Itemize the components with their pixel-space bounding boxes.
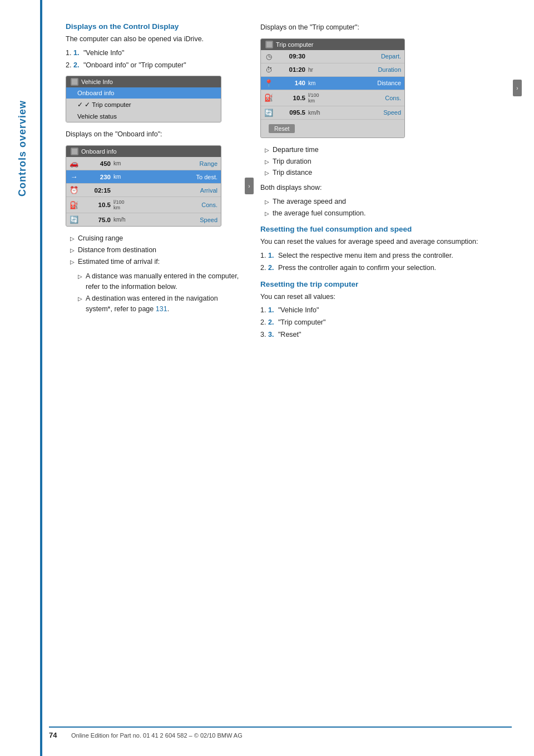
- trip-display-label: Displays on the "Trip computer":: [260, 22, 512, 33]
- left-section-heading: Displays on the Control Display: [66, 22, 244, 31]
- trip-val-0: 09:30: [276, 51, 307, 62]
- svg-rect-2: [266, 42, 272, 47]
- trip-icon-4: 🔄: [261, 106, 276, 119]
- trip-header-icon: [265, 41, 273, 48]
- trip-icon-3: ⛽: [261, 91, 276, 104]
- onboard-lbl-2: Arrival: [129, 185, 221, 196]
- trip-unit-4: km/h: [307, 107, 324, 118]
- sidebar: Controls overview: [0, 0, 44, 756]
- onboard-lbl-3: Cons.: [129, 199, 221, 210]
- nav-button-right[interactable]: ›: [245, 178, 254, 194]
- onboard-icon-2: ⏰: [66, 184, 82, 197]
- onboard-val-4: 75.0: [82, 214, 112, 225]
- reset-trip-step-3: 3. "Reset": [268, 330, 512, 340]
- trip-bullet-0: Departure time: [265, 145, 512, 155]
- left-step-1: 1. "Vehicle Info": [73, 48, 244, 58]
- both-displays-label: Both displays show:: [260, 183, 512, 193]
- page-footer: 74 Online Edition for Part no. 01 41 2 6…: [49, 726, 512, 739]
- sidebar-title: Controls overview: [17, 100, 28, 197]
- trip-screen-wrap: Trip computer ◷ 09:30 Depart. ⏱ 01:20 hr…: [260, 38, 512, 138]
- screen-header-icon: [71, 78, 78, 86]
- trip-lbl-0: Depart.: [324, 51, 404, 62]
- trip-row-0: ◷ 09:30 Depart.: [261, 50, 404, 63]
- onboard-val-2: 02:15: [82, 185, 112, 196]
- vehicle-info-screen-header: Vehicle Info: [66, 76, 221, 87]
- onboard-unit-3: l/100 km: [112, 197, 129, 213]
- trip-lbl-1: Duration: [324, 64, 404, 75]
- trip-row-1: ⏱ 01:20 hr Duration: [261, 63, 404, 77]
- trip-unit-2: km: [307, 78, 324, 89]
- trip-nav-button[interactable]: ›: [513, 80, 522, 96]
- onboard-icon-3: ⛽: [66, 199, 82, 212]
- step-text-1: "Vehicle Info": [83, 49, 125, 57]
- trip-row-3: ⛽ 10.5 l/100 km Cons.: [261, 90, 404, 106]
- onboard-info-screen: Onboard info 🚗 450 km Range → 230 km To …: [66, 145, 221, 227]
- vehicle-info-title: Vehicle Info: [81, 78, 113, 85]
- svg-rect-0: [72, 79, 77, 85]
- onboard-row-2: ⏰ 02:15 Arrival: [66, 184, 221, 197]
- onboard-body: 🚗 450 km Range → 230 km To dest. ⏰ 02:15: [66, 157, 221, 226]
- bullet-arrival: Estimated time of arrival if:: [70, 257, 244, 267]
- left-steps-list: 1. "Vehicle Info" 2. "Onboard info" or "…: [73, 48, 244, 71]
- reset-fuel-step-1: 1. Select the respective menu item and p…: [268, 251, 512, 261]
- trip-unit-3: l/100 km: [307, 90, 324, 106]
- step-text-2: "Onboard info" or "Trip computer": [83, 61, 186, 69]
- resetting-trip-heading: Resetting the trip computer: [260, 280, 512, 288]
- trip-bullet-1: Trip duration: [265, 156, 512, 167]
- reset-fuel-step-2: 2. Press the controller again to confirm…: [268, 263, 512, 273]
- bullet-cruising: Cruising range: [70, 233, 244, 244]
- main-content: Displays on the Control Display The comp…: [49, 0, 534, 367]
- menu-item-onboard: Onboard info: [66, 87, 221, 99]
- bullet-distance: Distance from destination: [70, 245, 244, 256]
- trip-reset-row: Reset: [261, 120, 404, 138]
- trip-icon-0: ◷: [261, 50, 276, 63]
- left-column: Displays on the Control Display The comp…: [66, 22, 244, 345]
- onboard-display-label: Displays on the "Onboard info":: [66, 129, 244, 140]
- resetting-trip-steps: 1. "Vehicle Info" 2. "Trip computer" 3. …: [268, 305, 512, 340]
- trip-lbl-3: Cons.: [324, 92, 404, 104]
- onboard-lbl-0: Range: [129, 158, 221, 169]
- onboard-val-3: 10.5: [82, 199, 112, 210]
- page-link-131[interactable]: 131: [156, 305, 167, 313]
- onboard-row-0: 🚗 450 km Range: [66, 157, 221, 170]
- left-step-2: 2. "Onboard info" or "Trip computer": [73, 60, 244, 71]
- onboard-row-4: 🔄 75.0 km/h Speed: [66, 213, 221, 226]
- onboard-unit-0: km: [112, 158, 129, 169]
- footer-text: Online Edition for Part no. 01 41 2 604 …: [71, 732, 243, 739]
- trip-lbl-4: Speed: [324, 107, 404, 118]
- menu-item-trip: ✓ Trip computer: [66, 99, 221, 111]
- trip-val-1: 01:20: [276, 64, 307, 75]
- vehicle-info-screen: Vehicle Info Onboard info ✓ Trip compute…: [66, 76, 221, 122]
- sub-bullets: A distance was manually entered in the c…: [78, 271, 244, 314]
- trip-val-2: 140: [276, 77, 307, 89]
- both-bullet-0: The average speed and: [265, 197, 512, 207]
- onboard-lbl-1: To dest.: [129, 171, 221, 183]
- step-num-2: 2.: [73, 61, 79, 69]
- trip-body: ◷ 09:30 Depart. ⏱ 01:20 hr Duration 📍 14…: [261, 50, 404, 138]
- onboard-unit-1: km: [112, 171, 129, 182]
- reset-button[interactable]: Reset: [269, 124, 295, 133]
- onboard-icon-4: 🔄: [66, 213, 82, 226]
- onboard-val-0: 450: [82, 158, 112, 169]
- onboard-header-icon: [71, 148, 78, 155]
- page-number: 74: [49, 731, 66, 739]
- sub-bullet-1: A destination was entered in the navigat…: [78, 293, 244, 315]
- both-bullets: The average speed and the average fuel c…: [265, 197, 512, 219]
- trip-unit-0: [307, 54, 324, 58]
- right-column: Displays on the "Trip computer": Trip co…: [260, 22, 512, 345]
- sidebar-bar: [40, 0, 42, 756]
- svg-rect-1: [72, 149, 77, 154]
- reset-trip-step-1: 1. "Vehicle Info": [268, 305, 512, 316]
- sub-bullet-0: A distance was manually entered in the c…: [78, 271, 244, 292]
- resetting-fuel-heading: Resetting the fuel consumption and speed: [260, 225, 512, 233]
- onboard-screen-header: Onboard info: [66, 146, 221, 157]
- trip-row-4: 🔄 095.5 km/h Speed: [261, 106, 404, 120]
- onboard-row-3: ⛽ 10.5 l/100 km Cons.: [66, 197, 221, 213]
- onboard-val-1: 230: [82, 171, 112, 183]
- onboard-unit-4: km/h: [112, 214, 129, 225]
- resetting-fuel-steps: 1. Select the respective menu item and p…: [268, 251, 512, 273]
- onboard-icon-0: 🚗: [66, 157, 82, 170]
- onboard-icon-1: →: [66, 170, 82, 183]
- trip-screen-header: Trip computer: [261, 39, 404, 50]
- resetting-fuel-intro: You can reset the values for average spe…: [260, 237, 512, 247]
